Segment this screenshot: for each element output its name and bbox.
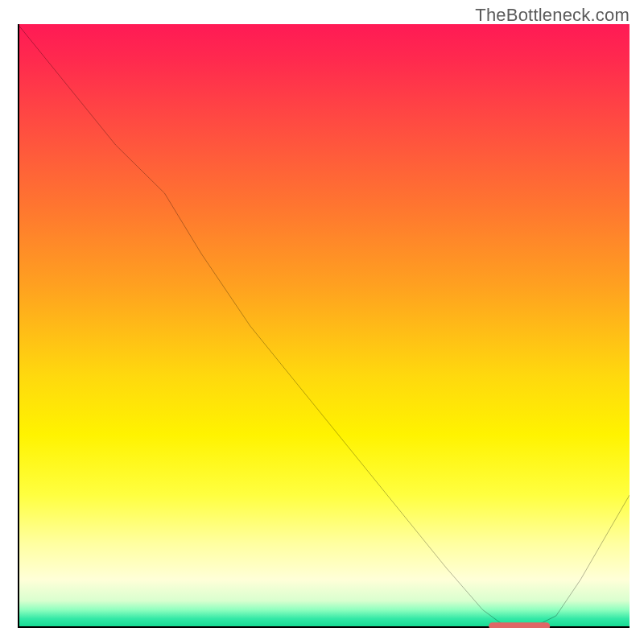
attribution-label: TheBottleneck.com xyxy=(475,5,630,25)
x-axis-line xyxy=(18,626,630,628)
y-axis-line xyxy=(18,24,19,628)
attribution-text: TheBottleneck.com xyxy=(475,5,630,26)
chart-container: TheBottleneck.com xyxy=(0,0,644,644)
plot-area xyxy=(18,24,630,628)
heat-gradient-background xyxy=(18,24,630,628)
